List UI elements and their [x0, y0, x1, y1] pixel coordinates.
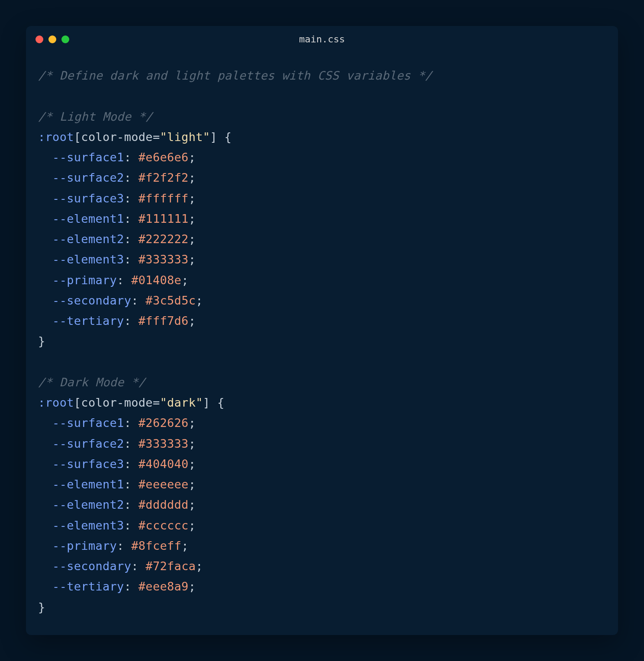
- code-line: /* Define dark and light palettes with C…: [38, 65, 606, 86]
- code-line: --surface3: #ffffff;: [38, 188, 606, 209]
- code-line: --surface2: #333333;: [38, 433, 606, 454]
- code-line: /* Dark Mode */: [38, 372, 606, 392]
- code-line: --primary: #01408e;: [38, 270, 606, 290]
- code-line: --tertiary: #fff7d6;: [38, 311, 606, 331]
- code-line: --surface2: #f2f2f2;: [38, 167, 606, 188]
- close-button[interactable]: [35, 35, 43, 43]
- code-line: --element3: #333333;: [38, 249, 606, 270]
- code-line: --element3: #cccccc;: [38, 515, 606, 536]
- code-line: :root[color-mode="dark"] {: [38, 392, 606, 413]
- code-line: --primary: #8fceff;: [38, 536, 606, 556]
- maximize-button[interactable]: [61, 35, 69, 43]
- title-bar: main.css: [26, 26, 618, 52]
- code-line: --secondary: #3c5d5c;: [38, 290, 606, 311]
- code-line: --surface3: #404040;: [38, 454, 606, 474]
- code-line: --element1: #111111;: [38, 209, 606, 229]
- code-content[interactable]: /* Define dark and light palettes with C…: [26, 52, 618, 630]
- code-line: }: [38, 597, 606, 617]
- code-line: --element2: #dddddd;: [38, 494, 606, 515]
- blank-line: [38, 86, 606, 106]
- editor-window: main.css /* Define dark and light palett…: [26, 26, 618, 635]
- file-title: main.css: [299, 34, 345, 45]
- code-line: --surface1: #e6e6e6;: [38, 147, 606, 167]
- code-line: --element1: #eeeeee;: [38, 474, 606, 494]
- code-line: --element2: #222222;: [38, 229, 606, 249]
- code-line: }: [38, 331, 606, 351]
- minimize-button[interactable]: [48, 35, 56, 43]
- traffic-lights: [35, 35, 69, 43]
- blank-line: [38, 352, 606, 372]
- code-line: /* Light Mode */: [38, 106, 606, 127]
- code-line: --secondary: #72faca;: [38, 556, 606, 576]
- code-line: --surface1: #262626;: [38, 413, 606, 433]
- code-line: --tertiary: #eee8a9;: [38, 576, 606, 597]
- code-line: :root[color-mode="light"] {: [38, 127, 606, 147]
